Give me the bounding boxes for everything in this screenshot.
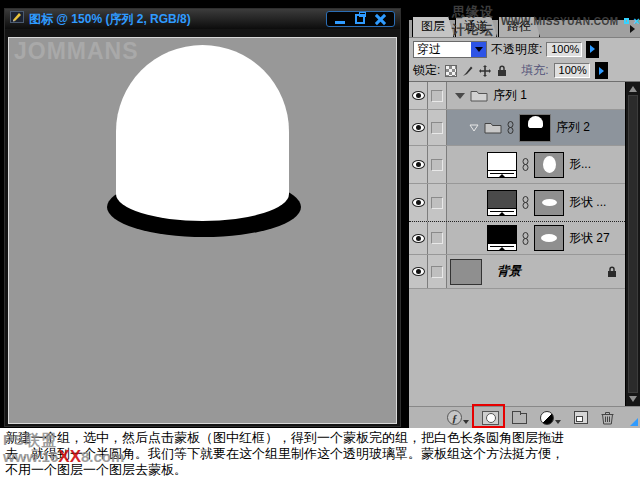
dome-artwork [9,38,397,424]
blend-mode-select[interactable]: 穿过 [413,41,487,58]
shape-layer-thumbnail[interactable] [487,190,517,216]
link-cell[interactable] [428,146,447,183]
eye-icon[interactable] [412,123,425,132]
link-cell[interactable] [428,222,447,254]
expand-triangle-icon[interactable] [455,93,465,99]
tab-layers[interactable]: 图层 [412,16,454,37]
eye-icon[interactable] [412,91,425,100]
lock-pixels-icon[interactable] [462,65,474,77]
fx-icon: ƒ [447,410,462,425]
visibility-cell[interactable] [409,82,428,109]
forum-watermark: 思缘设计论坛 WWW.MISSYUAN.COM × [452,3,640,39]
layer-name: 形状 ... [569,194,606,211]
layer-name: 序列 2 [556,119,590,136]
eye-icon[interactable] [412,234,425,243]
mask-ellipse-shape [542,199,557,206]
vector-mask-thumbnail[interactable] [534,190,564,216]
fill-label: 填充: [521,62,548,79]
visibility-cell[interactable] [409,222,428,254]
lock-transparency-icon[interactable] [445,65,457,77]
shape-layer-thumbnail[interactable] [487,152,517,178]
eye-icon[interactable] [412,198,425,207]
close-icon[interactable] [375,14,386,25]
mask-ellipse-shape [543,156,556,173]
link-cell[interactable] [428,255,447,288]
lock-icon [607,266,617,278]
layer-row-group1[interactable]: 序列 1 [409,82,625,110]
link-cell[interactable] [428,184,447,221]
vector-mask-thumbnail[interactable] [534,152,564,178]
lock-row: 锁定: 填充: 100% [409,60,640,81]
chain-link-icon [507,121,514,134]
layer-style-button[interactable]: ƒ [447,410,469,425]
blend-row: 穿过 不透明度: 100% [409,38,640,60]
canvas-area[interactable]: JOMMANS [8,37,397,424]
chain-link-icon [522,158,529,171]
layer-row-shape27[interactable]: 形状 27 [409,221,625,255]
document-title: 图标 @ 150% (序列 2, RGB/8) [29,11,191,28]
layer-name: 形... [569,156,591,173]
vector-mask-thumbnail[interactable] [534,225,564,251]
fill-spinner-icon[interactable] [595,62,608,79]
empty-slot [431,266,443,278]
lock-position-icon[interactable] [479,65,491,77]
empty-slot [431,122,443,134]
layers-bottom-bar: ƒ [409,406,640,428]
layer-row-background[interactable]: 背景 [409,255,625,289]
background-layer-thumbnail[interactable] [450,259,482,285]
forum-name: 思缘设计论坛 [452,3,496,39]
opacity-label: 不透明度: [491,41,542,58]
empty-slot [431,90,443,102]
mask-dome-shape [528,116,543,128]
adjustment-layer-button[interactable] [540,411,561,425]
opacity-input[interactable]: 100% [546,42,582,57]
visibility-cell[interactable] [409,184,428,221]
new-group-button[interactable] [512,411,527,424]
eye-icon[interactable] [412,160,425,169]
gradient-slider-icon [488,243,516,250]
layer-name: 序列 1 [493,87,527,104]
layer-row-group2-selected[interactable]: 序列 2 [409,110,625,146]
new-layer-button[interactable] [574,411,588,424]
scroll-up-icon[interactable] [626,83,640,95]
site-name: PS联盟 [3,431,124,448]
delete-layer-button[interactable] [601,411,614,425]
chain-link-icon [522,196,529,209]
visibility-cell[interactable] [409,146,428,183]
scrollbar-thumb[interactable] [628,95,638,393]
layers-scrollbar[interactable] [625,82,640,406]
empty-slot [431,159,443,171]
scroll-down-icon[interactable] [626,393,640,405]
layer-row-shape2[interactable]: 形状 ... [409,184,625,222]
empty-slot [431,197,443,209]
site-url-highlight: XX [58,447,81,466]
lock-all-icon[interactable] [496,65,508,77]
adjustment-icon [540,411,554,425]
minimize-icon[interactable] [335,15,345,24]
empty-slot [431,232,443,244]
folder-icon [512,413,527,424]
link-cell[interactable] [428,82,447,109]
mask-ellipse-shape [541,234,557,242]
site-watermark: PS联盟 www.16XX8.com [3,431,124,465]
restore-icon[interactable] [355,14,365,24]
decor-square-icon [624,18,629,24]
chevron-down-icon[interactable] [471,42,486,57]
fill-input[interactable]: 100% [554,63,590,78]
visibility-cell[interactable] [409,255,428,288]
folder-icon [484,121,502,134]
white-dome-shape [116,45,289,221]
layer-row-shape1[interactable]: 形... [409,146,625,184]
gradient-slider-icon [488,170,516,177]
tutorial-highlight-box [472,404,505,428]
shape-layer-thumbnail[interactable] [487,225,517,251]
opacity-spinner-icon[interactable] [586,41,599,58]
document-titlebar[interactable]: 图标 @ 150% (序列 2, RGB/8) [5,9,400,29]
panel-resize-grip[interactable] [630,418,638,426]
layer-name: 形状 27 [569,230,610,247]
expand-triangle-outline-icon[interactable] [469,124,479,132]
visibility-cell[interactable] [409,110,428,145]
eye-icon[interactable] [412,267,425,276]
link-cell[interactable] [428,110,447,145]
group-mask-thumbnail[interactable] [519,114,551,142]
